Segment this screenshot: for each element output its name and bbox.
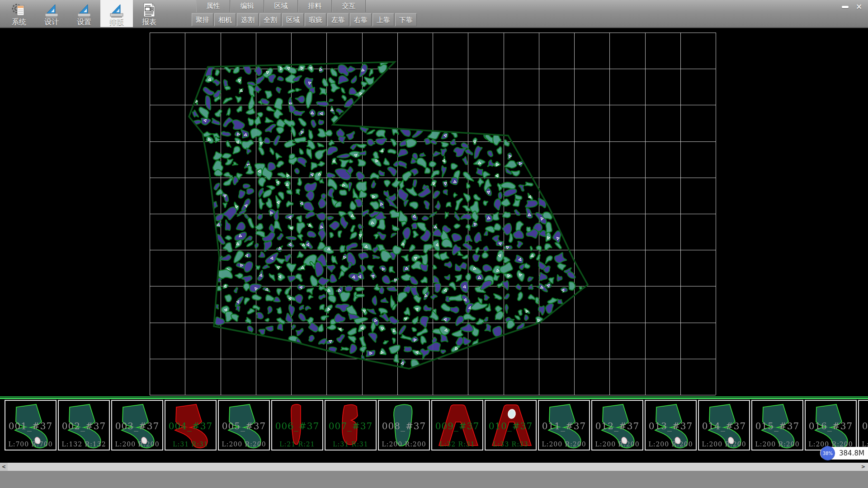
- ribbon-big-button-label: 设置: [77, 18, 91, 27]
- close-button[interactable]: ✕: [853, 1, 865, 12]
- piece-id-label: 007_#37: [326, 421, 376, 432]
- strip-accent-line-bright: [0, 398, 868, 399]
- piece-id-label: 002_#37: [59, 421, 109, 432]
- piece-thumbnail[interactable]: 003_#37 L:200 R:200: [111, 400, 163, 450]
- tool-button[interactable]: 选割: [237, 13, 259, 26]
- set-square-icon: [109, 0, 124, 18]
- piece-thumbnail[interactable]: 002_#37 L:132 R:132: [58, 400, 110, 450]
- piece-id-label: 003_#37: [112, 421, 162, 432]
- menu-tab-bar: 属性编辑区域排料交互: [196, 0, 366, 12]
- ribbon-big-button[interactable]: 设置: [68, 0, 100, 27]
- scroll-left-icon[interactable]: <: [0, 463, 8, 471]
- gear-document-icon: [11, 0, 27, 18]
- tool-button[interactable]: 下靠: [395, 13, 417, 26]
- piece-thumbnail[interactable]: 009_#37 L:32 R:31: [431, 400, 483, 450]
- piece-lr-count-label: L:700 R:700: [5, 441, 56, 448]
- piece-thumbnail[interactable]: 004_#37 L:31 R:31: [165, 400, 217, 450]
- piece-lr-count-label: L:31 R:31: [326, 441, 376, 448]
- piece-id-label: 011_#37: [539, 421, 589, 432]
- piece-id-label: 008_#37: [379, 421, 429, 432]
- set-square-icon: [76, 0, 92, 18]
- ribbon-big-button-label: 报表: [142, 18, 156, 27]
- status-bar: [0, 471, 868, 488]
- piece-id-label: 006_#37: [272, 421, 322, 432]
- piece-thumbnail[interactable]: 007_#37 L:31 R:31: [325, 400, 377, 450]
- piece-id-label: 017_#37: [859, 421, 868, 432]
- ribbon-big-button[interactable]: 排版: [100, 0, 133, 27]
- tool-button[interactable]: 相机: [214, 13, 236, 26]
- piece-id-label: 005_#37: [219, 421, 269, 432]
- menu-tab[interactable]: 区域: [264, 0, 298, 12]
- scroll-right-icon[interactable]: >: [859, 463, 867, 471]
- piece-lr-count-label: L:200 R:200: [539, 441, 589, 448]
- ribbon-toolbar: 系统 设计 设置 排版 报表 属性编辑区域排料交互 聚排相机选割全割区域瑕疵左靠…: [0, 0, 868, 28]
- tool-button[interactable]: 聚排: [192, 13, 213, 26]
- minimize-button[interactable]: [839, 1, 851, 12]
- report-document-icon: [142, 0, 157, 18]
- piece-id-label: 009_#37: [432, 421, 482, 432]
- piece-lr-count-label: L:200 R:200: [752, 441, 802, 448]
- tool-button[interactable]: 右靠: [350, 13, 372, 26]
- piece-id-label: 004_#37: [165, 421, 216, 432]
- set-square-icon: [44, 0, 59, 18]
- piece-id-label: 014_#37: [699, 421, 749, 432]
- tool-button[interactable]: 区域: [282, 13, 304, 26]
- horizontal-scrollbar[interactable]: < >: [0, 463, 868, 471]
- piece-thumbnail[interactable]: 005_#37 L:200 R:200: [218, 400, 270, 450]
- menu-tab[interactable]: 属性: [196, 0, 230, 12]
- piece-lr-count-label: L:200 R:200: [592, 441, 642, 448]
- piece-thumbnail[interactable]: 016_#37 L:200 R:200: [805, 400, 857, 450]
- piece-lr-count-label: L:200 R:200: [219, 441, 269, 448]
- piece-lr-count-label: L:33 R:33: [486, 441, 536, 448]
- menu-tab[interactable]: 交互: [332, 0, 366, 12]
- ribbon-big-button-label: 设计: [44, 18, 59, 27]
- piece-lr-count-label: L:200 R:200: [646, 441, 696, 448]
- strip-accent-line-dark: [0, 396, 868, 397]
- piece-thumbnail[interactable]: 008_#37 L:200 R:200: [378, 400, 430, 450]
- tool-button[interactable]: 上靠: [373, 13, 394, 26]
- piece-lr-count-label: L:200 R:200: [699, 441, 749, 448]
- memory-usage-value: 384.8M: [839, 449, 864, 457]
- ribbon-big-buttons: 系统 设计 设置 排版 报表: [3, 0, 165, 27]
- piece-thumbnail[interactable]: 010_#37 L:33 R:33: [485, 400, 537, 450]
- piece-lr-count-label: L:200 R:200: [112, 441, 162, 448]
- ribbon-big-button-label: 系统: [12, 18, 26, 27]
- piece-id-label: 012_#37: [592, 421, 642, 432]
- piece-id-label: 016_#37: [806, 421, 856, 432]
- piece-thumbnail[interactable]: 014_#37 L:200 R:200: [698, 400, 750, 450]
- close-icon: ✕: [856, 1, 862, 12]
- minimize-icon: [842, 6, 849, 8]
- piece-lr-count-label: L:132 R:132: [59, 441, 109, 448]
- piece-id-label: 010_#37: [486, 421, 536, 432]
- tool-button[interactable]: 瑕疵: [305, 13, 326, 26]
- piece-lr-count-label: L:21 R:21: [272, 441, 322, 448]
- piece-lr-count-label: L:31 R:31: [165, 441, 216, 448]
- piece-lr-count-label: L:200 R:200: [379, 441, 429, 448]
- progress-percent-badge: 38%: [821, 446, 835, 460]
- piece-id-label: 013_#37: [646, 421, 696, 432]
- piece-thumbnail[interactable]: 017_#37 L:200 R:200: [858, 400, 868, 450]
- tool-button[interactable]: 全割: [259, 13, 281, 26]
- nesting-workspace-canvas[interactable]: [0, 27, 868, 396]
- window-controls: ✕: [839, 1, 865, 12]
- piece-lr-count-label: L:32 R:31: [432, 441, 482, 448]
- piece-thumbnail[interactable]: 013_#37 L:200 R:200: [645, 400, 697, 450]
- ribbon-big-button[interactable]: 系统: [3, 0, 35, 27]
- menu-tab[interactable]: 排料: [298, 0, 332, 12]
- tool-button-bar: 聚排相机选割全割区域瑕疵左靠右靠上靠下靠: [192, 13, 417, 26]
- menu-tab[interactable]: 编辑: [230, 0, 264, 12]
- piece-thumbnail[interactable]: 011_#37 L:200 R:200: [538, 400, 590, 450]
- memory-usage-badge: 38% 384.8M: [820, 447, 868, 460]
- piece-thumbnail[interactable]: 006_#37 L:21 R:21: [271, 400, 323, 450]
- piece-thumbnail[interactable]: 001_#37 L:700 R:700: [5, 400, 57, 450]
- piece-id-label: 015_#37: [752, 421, 802, 432]
- ribbon-big-button-label: 排版: [109, 18, 124, 27]
- piece-thumbnail[interactable]: 012_#37 L:200 R:200: [591, 400, 643, 450]
- piece-id-label: 001_#37: [5, 421, 56, 432]
- tool-button[interactable]: 左靠: [327, 13, 349, 26]
- ribbon-big-button[interactable]: 报表: [133, 0, 165, 27]
- piece-thumbnail[interactable]: 015_#37 L:200 R:200: [751, 400, 803, 450]
- ribbon-big-button[interactable]: 设计: [35, 0, 68, 27]
- piece-thumbnail-strip: 001_#37 L:700 R:700 002_#37 L:132 R:132 …: [5, 400, 868, 450]
